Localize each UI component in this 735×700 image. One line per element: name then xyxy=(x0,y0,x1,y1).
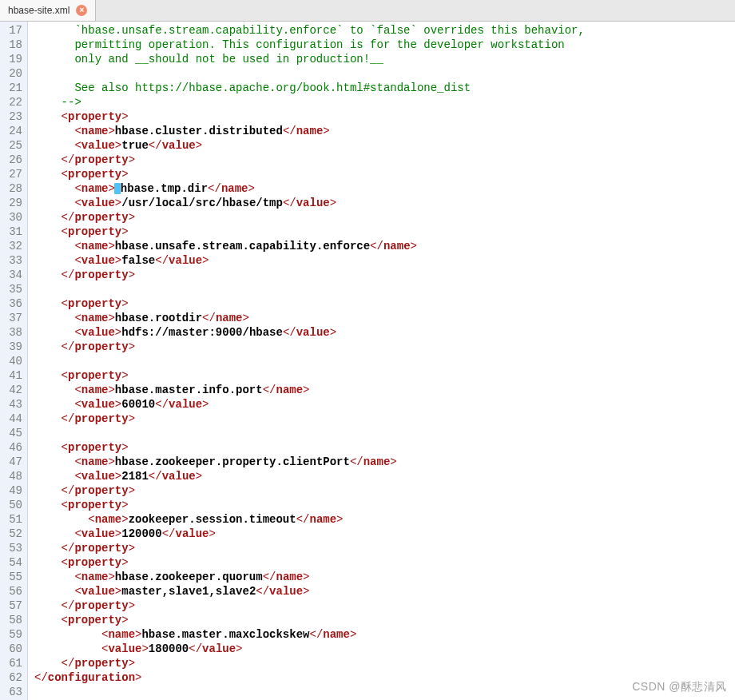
line-number: 36 xyxy=(0,296,22,311)
code-line: <property> xyxy=(34,368,585,383)
code-line: <value>hdfs://master:9000/hbase</value> xyxy=(34,325,585,340)
code-editor[interactable]: 1718192021222324252627282930313233343536… xyxy=(0,22,735,700)
line-number: 41 xyxy=(0,368,22,383)
line-number: 53 xyxy=(0,541,22,555)
line-number: 21 xyxy=(0,81,22,95)
code-line: only and __should not be used in product… xyxy=(34,52,585,66)
line-number: 19 xyxy=(0,52,22,66)
code-line: <property> xyxy=(34,613,585,627)
line-number: 40 xyxy=(0,354,22,368)
line-number: 26 xyxy=(0,153,22,167)
line-number: 38 xyxy=(0,325,22,340)
code-line: <name>hbase.unsafe.stream.capability.enf… xyxy=(34,239,585,253)
code-line xyxy=(34,354,585,368)
line-number: 61 xyxy=(0,656,22,670)
code-line: </property> xyxy=(34,483,585,498)
line-number: 24 xyxy=(0,124,22,138)
code-line: </configuration> xyxy=(34,670,585,685)
line-number: 59 xyxy=(0,627,22,642)
tab-hbase-site[interactable]: hbase-site.xml × xyxy=(0,0,96,21)
code-line: permitting operation. This configuration… xyxy=(34,38,585,52)
code-line: </property> xyxy=(34,599,585,613)
line-number: 37 xyxy=(0,311,22,325)
code-line xyxy=(34,66,585,81)
line-number: 18 xyxy=(0,38,22,52)
line-number: 50 xyxy=(0,498,22,512)
watermark: CSDN @酥悲清风 xyxy=(632,680,727,694)
line-number: 34 xyxy=(0,268,22,282)
code-line: <property> xyxy=(34,555,585,570)
code-line: <name>hbase.zookeeper.property.clientPor… xyxy=(34,455,585,469)
code-line: <property> xyxy=(34,440,585,455)
line-number: 56 xyxy=(0,584,22,599)
code-line xyxy=(34,426,585,440)
code-line: <name>hbase.tmp.dir</name> xyxy=(34,181,585,196)
code-line: <value>true</value> xyxy=(34,138,585,153)
line-number: 27 xyxy=(0,167,22,181)
line-number: 63 xyxy=(0,685,22,699)
line-number: 23 xyxy=(0,109,22,124)
line-number: 22 xyxy=(0,95,22,109)
code-line: <name>hbase.zookeeper.quorum</name> xyxy=(34,570,585,584)
line-number: 25 xyxy=(0,138,22,153)
code-line: </property> xyxy=(34,153,585,167)
code-line: <property> xyxy=(34,296,585,311)
line-number: 17 xyxy=(0,23,22,38)
code-line: <property> xyxy=(34,225,585,239)
line-number: 45 xyxy=(0,426,22,440)
code-line: <value>false</value> xyxy=(34,253,585,268)
line-number: 43 xyxy=(0,397,22,412)
line-number: 47 xyxy=(0,455,22,469)
code-area[interactable]: `hbase.unsafe.stream.capability.enforce`… xyxy=(28,22,585,700)
line-number: 60 xyxy=(0,642,22,656)
line-number: 42 xyxy=(0,383,22,397)
line-number: 29 xyxy=(0,196,22,210)
line-number: 44 xyxy=(0,412,22,426)
line-number: 39 xyxy=(0,340,22,354)
line-number: 62 xyxy=(0,670,22,685)
code-line: <name>hbase.master.info.port</name> xyxy=(34,383,585,397)
line-number: 54 xyxy=(0,555,22,570)
line-number: 48 xyxy=(0,469,22,483)
close-icon[interactable]: × xyxy=(76,5,87,16)
code-line: <property> xyxy=(34,167,585,181)
line-number: 20 xyxy=(0,66,22,81)
line-number: 57 xyxy=(0,599,22,613)
code-line: </property> xyxy=(34,656,585,670)
line-number: 49 xyxy=(0,483,22,498)
line-number: 35 xyxy=(0,282,22,296)
code-line: <name>hbase.cluster.distributed</name> xyxy=(34,124,585,138)
tab-bar: hbase-site.xml × xyxy=(0,0,735,22)
line-number: 46 xyxy=(0,440,22,455)
line-number: 33 xyxy=(0,253,22,268)
code-line: <value>master,slave1,slave2</value> xyxy=(34,584,585,599)
code-line: </property> xyxy=(34,268,585,282)
code-line: --> xyxy=(34,95,585,109)
line-number-gutter: 1718192021222324252627282930313233343536… xyxy=(0,22,28,700)
code-line: <property> xyxy=(34,109,585,124)
text-caret xyxy=(114,183,121,194)
code-line: <property> xyxy=(34,498,585,512)
code-line: <value>60010</value> xyxy=(34,397,585,412)
code-line: <value>120000</value> xyxy=(34,527,585,541)
line-number: 31 xyxy=(0,225,22,239)
tab-filename: hbase-site.xml xyxy=(8,5,70,16)
line-number: 58 xyxy=(0,613,22,627)
code-line: See also https://hbase.apache.org/book.h… xyxy=(34,81,585,95)
line-number: 32 xyxy=(0,239,22,253)
code-line: <name>zookeeper.session.timeout</name> xyxy=(34,512,585,527)
line-number: 30 xyxy=(0,210,22,225)
code-line: </property> xyxy=(34,412,585,426)
code-line: <name>hbase.master.maxclockskew</name> xyxy=(34,627,585,642)
code-line xyxy=(34,685,585,699)
code-line: <value>2181</value> xyxy=(34,469,585,483)
code-line: <name>hbase.rootdir</name> xyxy=(34,311,585,325)
line-number: 28 xyxy=(0,181,22,196)
code-line: </property> xyxy=(34,340,585,354)
code-line: </property> xyxy=(34,541,585,555)
line-number: 51 xyxy=(0,512,22,527)
line-number: 52 xyxy=(0,527,22,541)
line-number: 55 xyxy=(0,570,22,584)
code-line: <value>180000</value> xyxy=(34,642,585,656)
code-line xyxy=(34,282,585,296)
